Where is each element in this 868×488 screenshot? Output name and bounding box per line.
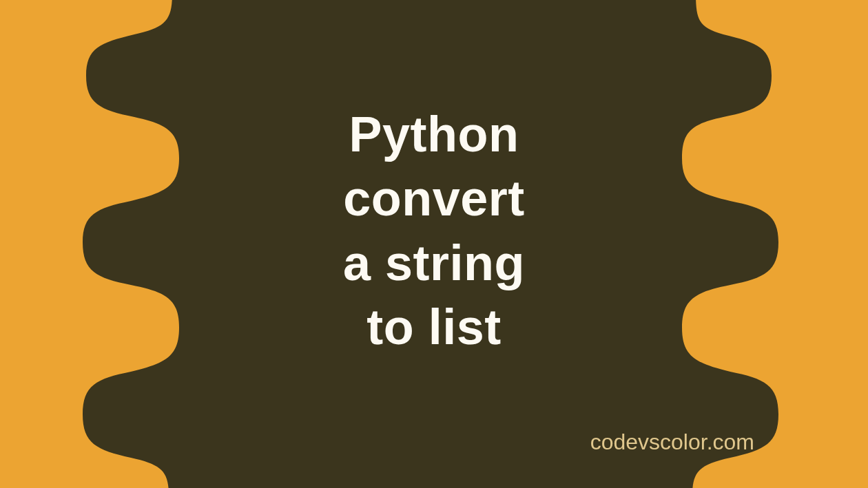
title-line-1: Python — [343, 103, 525, 167]
main-title: Python convert a string to list — [343, 103, 525, 360]
title-line-4: to list — [343, 295, 525, 360]
watermark: codevscolor.com — [590, 429, 754, 455]
title-line-3: a string — [343, 231, 525, 296]
title-line-2: convert — [343, 167, 525, 231]
